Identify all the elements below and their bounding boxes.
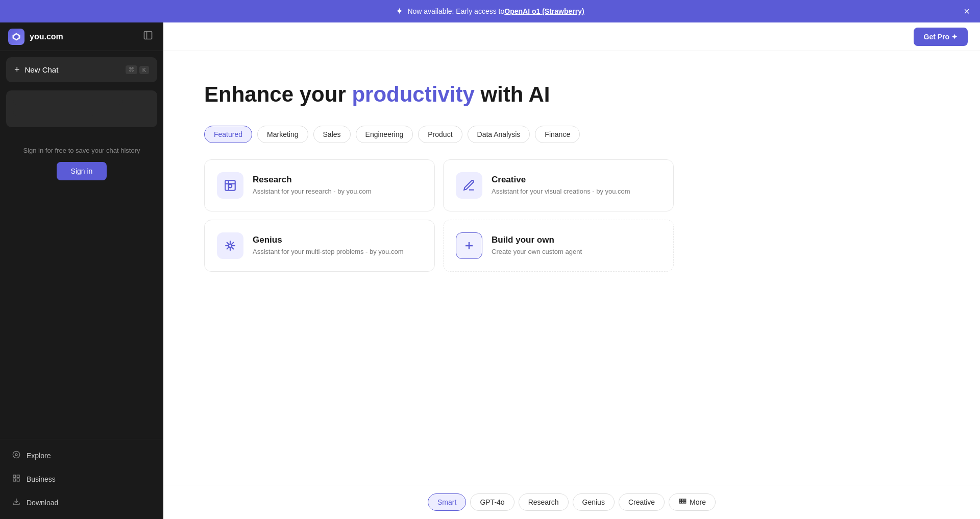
mode-creative[interactable]: Creative (619, 493, 665, 511)
title-start: Enhance your (204, 82, 352, 106)
sidebar: you.com + New Chat ⌘ K (0, 22, 163, 519)
creative-name: Creative (492, 175, 661, 185)
svg-rect-6 (13, 475, 16, 478)
banner-text: Now available: Early access to (407, 7, 504, 15)
business-label: Business (27, 475, 56, 483)
tab-finance[interactable]: Finance (535, 126, 580, 143)
svg-line-18 (232, 247, 234, 249)
genius-icon-wrap (217, 232, 243, 259)
research-info: Research Assistant for your research - b… (253, 175, 422, 196)
creative-icon (462, 179, 476, 192)
build-icon-wrap (456, 232, 482, 259)
content-header: Get Pro ✦ (163, 22, 980, 51)
skeleton-line-1 (13, 98, 122, 105)
svg-line-19 (232, 242, 234, 244)
main-content: Enhance your productivity with AI Featur… (163, 51, 980, 485)
shortcut-cmd: ⌘ (126, 65, 137, 74)
new-chat-left: + New Chat (14, 64, 58, 75)
tab-marketing[interactable]: Marketing (257, 126, 308, 143)
svg-point-12 (229, 244, 232, 248)
build-desc: Create your own custom agent (492, 247, 661, 256)
shortcut-key: K (139, 66, 149, 74)
more-label: More (690, 498, 706, 506)
sidebar-nav: Explore Business Downloa (0, 439, 163, 519)
download-icon (12, 498, 20, 508)
creative-desc: Assistant for your visual creations - by… (492, 187, 661, 196)
build-plus-icon (463, 240, 475, 252)
title-highlight: productivity (352, 82, 474, 106)
bottom-mode-bar: Smart GPT-4o Research Genius Creative Mo… (163, 485, 980, 519)
tab-engineering[interactable]: Engineering (356, 126, 413, 143)
build-info: Build your own Create your own custom ag… (492, 235, 661, 256)
agent-card-build-your-own[interactable]: Build your own Create your own custom ag… (443, 220, 674, 272)
page-title: Enhance your productivity with AI (204, 82, 939, 107)
new-chat-button[interactable]: + New Chat ⌘ K (6, 57, 157, 82)
signin-button[interactable]: Sign in (57, 162, 107, 180)
banner-icon: ✦ (396, 6, 403, 17)
tab-product[interactable]: Product (418, 126, 462, 143)
skeleton-line-2 (13, 109, 95, 116)
title-end: with AI (475, 82, 550, 106)
banner-link[interactable]: OpenAI o1 (Strawberry) (504, 7, 584, 15)
research-icon-wrap (217, 172, 243, 199)
mode-gpt4o[interactable]: GPT-4o (470, 493, 514, 511)
mode-smart[interactable]: Smart (428, 493, 466, 511)
more-grid-icon (678, 498, 687, 506)
genius-name: Genius (253, 235, 422, 245)
signin-prompt: Sign in for free to save your chat histo… (23, 146, 140, 156)
business-icon (12, 474, 20, 484)
tab-data-analysis[interactable]: Data Analysis (468, 126, 530, 143)
plus-icon: + (14, 64, 20, 75)
research-desc: Assistant for your research - by you.com (253, 187, 422, 196)
svg-rect-8 (13, 479, 16, 481)
logo-text: you.com (30, 32, 63, 41)
new-chat-label: New Chat (25, 65, 59, 74)
svg-line-20 (227, 247, 229, 249)
mode-more[interactable]: More (669, 493, 716, 511)
sidebar-toggle-button[interactable] (141, 28, 155, 45)
svg-rect-28 (684, 502, 685, 503)
banner-close-button[interactable]: × (964, 6, 970, 17)
skeleton-card (6, 90, 157, 127)
svg-point-11 (229, 184, 232, 188)
top-banner: ✦ Now available: Early access to OpenAI … (0, 0, 980, 22)
creative-icon-wrap (456, 172, 482, 199)
agent-card-research[interactable]: Research Assistant for your research - b… (204, 159, 435, 211)
research-name: Research (253, 175, 422, 185)
svg-rect-24 (682, 499, 683, 501)
mode-research[interactable]: Research (519, 493, 569, 511)
svg-point-4 (13, 451, 19, 458)
download-label: Download (27, 499, 58, 507)
research-icon (224, 179, 237, 192)
content-area: Get Pro ✦ Enhance your productivity with… (163, 22, 980, 519)
explore-label: Explore (27, 452, 51, 460)
build-name: Build your own (492, 235, 661, 245)
skeleton-loader (6, 90, 157, 131)
svg-rect-27 (682, 502, 683, 503)
agent-card-creative[interactable]: Creative Assistant for your visual creat… (443, 159, 674, 211)
tab-featured[interactable]: Featured (204, 126, 252, 143)
genius-icon (224, 239, 237, 252)
genius-desc: Assistant for your multi-step problems -… (253, 247, 422, 256)
get-pro-button[interactable]: Get Pro ✦ (914, 28, 968, 46)
new-chat-shortcut: ⌘ K (126, 65, 149, 74)
category-tabs: Featured Marketing Sales Engineering Pro… (204, 126, 939, 143)
svg-rect-25 (684, 499, 685, 501)
agent-card-genius[interactable]: Genius Assistant for your multi-step pro… (204, 220, 435, 272)
agents-grid: Research Assistant for your research - b… (204, 159, 674, 272)
sidebar-item-business[interactable]: Business (4, 468, 159, 490)
signin-section: Sign in for free to save your chat histo… (0, 135, 163, 191)
svg-rect-23 (679, 499, 681, 501)
svg-rect-9 (17, 479, 19, 481)
sidebar-item-download[interactable]: Download (4, 491, 159, 514)
sidebar-item-explore[interactable]: Explore (4, 444, 159, 467)
tab-sales[interactable]: Sales (313, 126, 351, 143)
creative-info: Creative Assistant for your visual creat… (492, 175, 661, 196)
mode-genius[interactable]: Genius (573, 493, 615, 511)
genius-info: Genius Assistant for your multi-step pro… (253, 235, 422, 256)
svg-line-17 (227, 242, 229, 244)
svg-rect-7 (17, 475, 19, 478)
svg-rect-26 (679, 502, 681, 503)
svg-point-5 (15, 454, 17, 456)
explore-icon (12, 451, 20, 461)
